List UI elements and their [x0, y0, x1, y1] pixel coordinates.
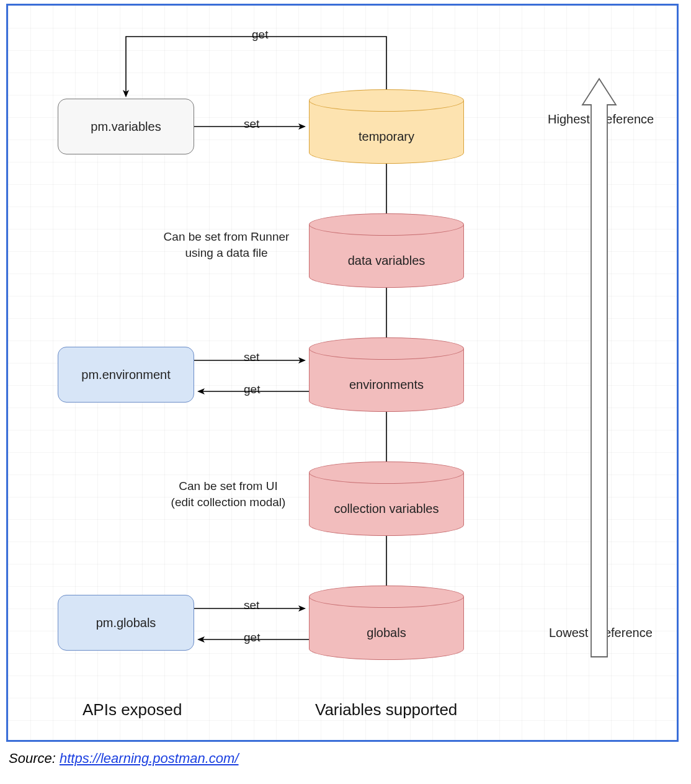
edge-label-get-globals: get — [244, 631, 260, 644]
heading-variables-supported: Variables supported — [315, 700, 457, 719]
api-box-pm-globals: pm.globals — [58, 595, 194, 651]
edge-label-get-environments: get — [244, 383, 260, 396]
edge-label-set-temporary: set — [244, 117, 259, 131]
note-data-variables: Can be set from Runner using a data file — [149, 229, 304, 261]
edge-label-get-top: get — [252, 28, 268, 42]
api-label: pm.globals — [96, 616, 156, 630]
scope-label: collection variables — [334, 502, 439, 516]
edge-label-set-globals: set — [244, 599, 259, 612]
scope-cylinder-data-variables: data variables — [309, 213, 464, 288]
api-label: pm.variables — [91, 120, 161, 134]
api-box-pm-environment: pm.environment — [58, 347, 194, 403]
api-label: pm.environment — [81, 368, 170, 382]
scope-label: environments — [349, 378, 424, 392]
heading-apis-exposed: APIs exposed — [82, 700, 182, 719]
scope-cylinder-temporary: temporary — [309, 89, 464, 164]
scope-cylinder-environments: environments — [309, 337, 464, 412]
source-link[interactable]: https://learning.postman.com/ — [60, 751, 239, 766]
preference-arrow-icon — [582, 79, 616, 657]
scope-label: data variables — [348, 254, 426, 268]
source-prefix: Source: — [9, 751, 60, 766]
preference-highest-label: Highest Preference — [548, 112, 654, 127]
preference-lowest-label: Lowest Preference — [549, 626, 653, 640]
note-collection-variables: Can be set from UI (edit collection moda… — [154, 478, 303, 510]
scope-cylinder-globals: globals — [309, 586, 464, 660]
scope-label: temporary — [359, 130, 414, 144]
edge-label-set-environments: set — [244, 350, 259, 364]
scope-label: globals — [367, 626, 406, 640]
source-citation: Source: https://learning.postman.com/ — [9, 751, 691, 767]
diagram-canvas: pm.variables pm.environment pm.globals t… — [6, 4, 679, 742]
api-box-pm-variables: pm.variables — [58, 99, 194, 154]
scope-cylinder-collection-variables: collection variables — [309, 461, 464, 536]
